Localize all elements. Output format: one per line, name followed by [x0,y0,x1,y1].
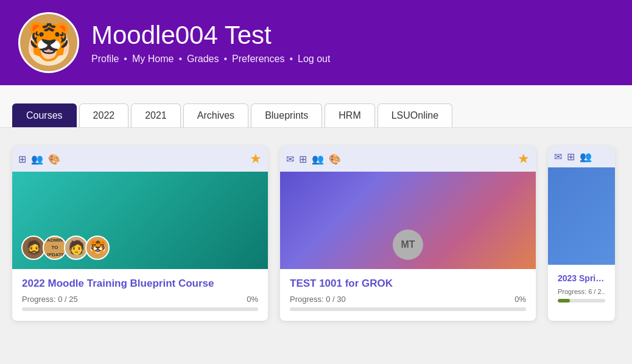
card1-progress-pct: 0% [247,295,258,304]
card2-toolbar: ✉ ⊞ 👥 🎨 ★ [280,146,536,172]
avatar-3: 🧑 [64,236,88,260]
nav-grades[interactable]: Grades [187,54,219,65]
card2-initials: MT [393,229,423,260]
tab-2022[interactable]: 2022 [79,103,129,127]
star-icon[interactable]: ★ [250,151,262,167]
tab-courses[interactable]: Courses [12,103,77,127]
grid-icon[interactable]: ⊞ [18,153,26,165]
card1-body: 2022 Moodle Training Blueprint Course Pr… [12,269,268,321]
users-icon[interactable]: 👥 [312,153,324,165]
card1-progress-row: Progress: 0 / 25 0% [22,295,258,304]
chart-icon[interactable]: 🎨 [329,153,341,165]
card3-body: 2023 Spring... Progress: 6 / 2... [548,265,615,312]
card2-progress-text: Progress: 0 / 30 [290,295,346,304]
site-title: Moodle004 Test [91,21,614,50]
header-text: Moodle004 Test Profile • My Home • Grade… [91,21,614,65]
tabs-section: Courses 2022 2021 Archives Blueprints HR… [0,85,632,128]
grid-icon[interactable]: ⊞ [567,151,575,163]
nav-dot-3: • [224,54,228,65]
nav-preferences[interactable]: Preferences [232,54,284,65]
card2-title[interactable]: TEST 1001 for GROK [290,278,526,290]
card3-title[interactable]: 2023 Spring... [558,273,605,283]
tab-blueprints[interactable]: Blueprints [251,103,322,127]
card1-toolbar: ⊞ 👥 🎨 ★ [12,146,268,172]
course-card-1: ⊞ 👥 🎨 ★ 🧔 MOODLEADMINTO UPDATEPICKUP 🧑 🐯 [12,146,268,321]
nav-dot-2: • [178,54,182,65]
avatar-2: MOODLEADMINTO UPDATEPICKUP [43,236,67,260]
users-icon[interactable]: 👥 [31,153,43,165]
tab-2021[interactable]: 2021 [131,103,181,127]
card3-progress-fill [558,299,570,303]
card2-body: TEST 1001 for GROK Progress: 0 / 30 0% [280,269,536,321]
header-nav: Profile • My Home • Grades • Preferences… [91,54,614,65]
tab-archives[interactable]: Archives [183,103,248,127]
card3-progress-text: Progress: 6 / 2... [558,288,605,295]
card3-progress-row: Progress: 6 / 2... [558,288,605,295]
nav-profile[interactable]: Profile [91,54,119,65]
grid-icon[interactable]: ⊞ [299,153,307,165]
nav-dot-1: • [124,54,127,65]
header: Moodle004 Test Profile • My Home • Grade… [0,0,632,85]
star-icon[interactable]: ★ [518,151,530,167]
card1-title[interactable]: 2022 Moodle Training Blueprint Course [22,278,258,290]
nav-my-home[interactable]: My Home [132,54,174,65]
card2-progress-bar [290,307,526,311]
course-card-2: ✉ ⊞ 👥 🎨 ★ MT TEST 1001 for GROK Progress… [280,146,536,321]
card1-progress-text: Progress: 0 / 25 [22,295,78,304]
tab-lsuonline[interactable]: LSUOnline [377,103,452,127]
card1-banner: 🧔 MOODLEADMINTO UPDATEPICKUP 🧑 🐯 [12,172,268,269]
card2-progress-row: Progress: 0 / 30 0% [290,295,526,304]
nav-dot-4: • [289,54,293,65]
card3-banner [548,167,615,265]
card2-progress-pct: 0% [514,295,526,304]
card3-toolbar: ✉ ⊞ 👥 [548,146,615,167]
users-icon[interactable]: 👥 [580,151,592,163]
mail-icon[interactable]: ✉ [286,153,294,165]
mail-icon[interactable]: ✉ [554,151,562,163]
nav-logout[interactable]: Log out [298,54,330,65]
course-card-3: ✉ ⊞ 👥 2023 Spring... Progress: 6 / 2... [548,146,615,321]
avatar-1: 🧔 [21,236,46,260]
chart-icon[interactable]: 🎨 [48,153,60,165]
tab-hrm[interactable]: HRM [325,103,374,127]
card1-progress-bar [22,307,258,311]
card1-avatars: 🧔 MOODLEADMINTO UPDATEPICKUP 🧑 🐯 [21,236,110,260]
card2-banner: MT [280,172,536,269]
avatar-4: 🐯 [85,236,110,260]
tabs: Courses 2022 2021 Archives Blueprints HR… [12,103,620,127]
card3-progress-bar [558,299,605,303]
user-avatar [18,12,79,73]
courses-area: ⊞ 👥 🎨 ★ 🧔 MOODLEADMINTO UPDATEPICKUP 🧑 🐯 [0,128,632,339]
